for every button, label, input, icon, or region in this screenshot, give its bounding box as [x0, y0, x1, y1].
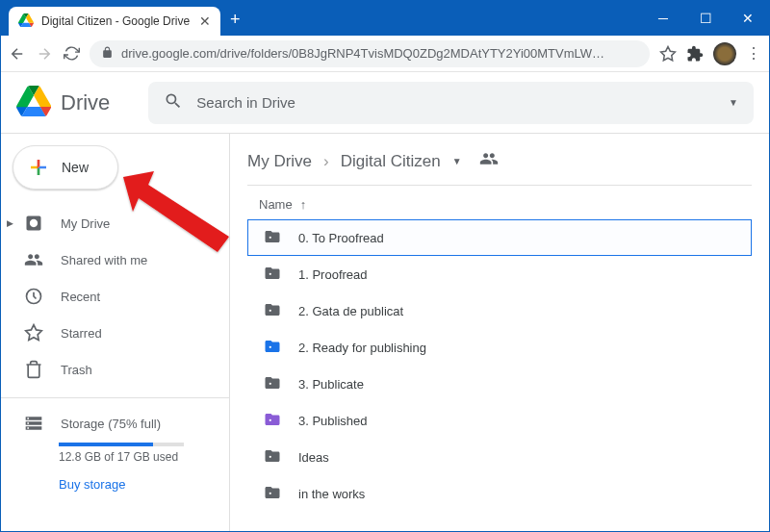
url-text: drive.google.com/drive/folders/0B8JgRNP4… — [121, 46, 604, 61]
folder-icon — [262, 484, 283, 504]
folder-icon — [262, 447, 283, 468]
folder-icon — [262, 374, 283, 394]
forward-icon[interactable] — [36, 45, 53, 63]
drive-favicon — [18, 13, 34, 29]
column-name-label: Name — [259, 197, 293, 212]
sidebar-item-label: Shared with me — [61, 253, 147, 267]
trash-icon — [24, 360, 43, 379]
file-row[interactable]: 2. Gata de publicat — [247, 292, 752, 329]
sidebar-item-starred[interactable]: Starred — [1, 315, 229, 351]
folder-icon — [262, 265, 283, 285]
new-tab-button[interactable]: + — [230, 10, 241, 30]
sidebar-item-recent[interactable]: Recent — [1, 278, 229, 315]
profile-avatar[interactable] — [713, 42, 736, 65]
lock-icon — [101, 46, 114, 62]
window-maximize-icon[interactable]: ☐ — [684, 1, 727, 36]
svg-marker-0 — [661, 46, 676, 60]
svg-point-10 — [270, 492, 271, 494]
shared-folder-icon[interactable] — [479, 149, 499, 173]
column-header-name[interactable]: Name ↑ — [247, 186, 752, 219]
file-name: 0. To Proofread — [298, 231, 384, 245]
search-input[interactable]: Search in Drive ▼ — [148, 82, 754, 124]
new-button[interactable]: New — [13, 145, 118, 190]
storage-row[interactable]: Storage (75% full) — [24, 414, 206, 433]
shared-icon — [24, 250, 43, 269]
main-content: My Drive › Digital Citizen ▼ Name ↑ 0. T… — [230, 134, 769, 532]
plus-icon — [27, 156, 50, 179]
mydrive-icon — [24, 214, 43, 233]
file-name: 1. Proofread — [298, 267, 368, 282]
new-button-label: New — [62, 160, 89, 175]
svg-point-7 — [270, 382, 271, 384]
svg-point-8 — [270, 418, 271, 420]
app-header: Drive Search in Drive ▼ — [1, 72, 769, 134]
breadcrumb-root[interactable]: My Drive — [247, 152, 312, 171]
sidebar-item-label: My Drive — [61, 216, 110, 231]
breadcrumb-current[interactable]: Digital Citizen — [341, 152, 441, 171]
storage-used-text: 12.8 GB of 17 GB used — [59, 450, 206, 464]
window-minimize-icon[interactable]: ─ — [642, 1, 684, 36]
svg-point-4 — [270, 272, 271, 274]
file-row[interactable]: in the works — [247, 475, 752, 512]
folder-icon — [262, 411, 283, 431]
drive-logo-icon[interactable] — [16, 86, 51, 120]
extensions-icon[interactable] — [686, 45, 704, 63]
sidebar-item-shared[interactable]: Shared with me — [1, 241, 229, 278]
file-name: Ideas — [298, 450, 329, 465]
sidebar-item-label: Starred — [61, 326, 102, 341]
file-name: in the works — [298, 487, 365, 501]
tab-close-icon[interactable]: ✕ — [199, 13, 211, 29]
file-row[interactable]: 3. Published — [247, 402, 752, 439]
search-options-icon[interactable]: ▼ — [729, 97, 738, 108]
reload-icon[interactable] — [63, 45, 80, 63]
svg-point-3 — [270, 236, 271, 238]
file-name: 3. Publicate — [298, 377, 364, 392]
window-close-icon[interactable]: ✕ — [727, 1, 769, 36]
svg-point-6 — [270, 345, 271, 347]
buy-storage-link[interactable]: Buy storage — [59, 477, 206, 492]
sidebar-divider — [1, 397, 229, 398]
sidebar-item-label: Recent — [61, 290, 100, 304]
sidebar-item-label: Trash — [61, 363, 92, 377]
svg-point-5 — [270, 309, 271, 311]
recent-icon — [24, 287, 43, 306]
sidebar-item-trash[interactable]: Trash — [1, 351, 229, 388]
file-row[interactable]: 0. To Proofread — [247, 219, 752, 256]
search-placeholder: Search in Drive — [196, 94, 295, 111]
starred-icon — [24, 323, 43, 342]
url-field[interactable]: drive.google.com/drive/folders/0B8JgRNP4… — [90, 40, 650, 67]
file-row[interactable]: 2. Ready for publishing — [247, 329, 752, 366]
file-row[interactable]: Ideas — [247, 439, 752, 475]
breadcrumb: My Drive › Digital Citizen ▼ — [247, 145, 752, 186]
sort-asc-icon: ↑ — [300, 197, 307, 212]
folder-icon — [262, 338, 283, 358]
search-icon — [164, 91, 183, 114]
file-row[interactable]: 3. Publicate — [247, 366, 752, 402]
star-icon[interactable] — [659, 45, 677, 63]
file-name: 2. Ready for publishing — [298, 341, 426, 355]
chevron-down-icon[interactable]: ▼ — [452, 156, 462, 166]
file-row[interactable]: 1. Proofread — [247, 256, 752, 292]
app-name: Drive — [61, 90, 110, 115]
svg-marker-2 — [26, 325, 42, 341]
storage-icon — [24, 414, 43, 433]
sidebar-item-mydrive[interactable]: ▶My Drive — [1, 205, 229, 241]
window-titlebar: Digital Citizen - Google Drive ✕ + ─ ☐ ✕ — [1, 1, 769, 36]
svg-point-9 — [270, 455, 271, 457]
sidebar: New ▶My DriveShared with meRecentStarred… — [1, 134, 230, 532]
file-name: 3. Published — [298, 414, 368, 428]
tab-title: Digital Citizen - Google Drive — [41, 14, 192, 28]
storage-fill — [59, 443, 153, 446]
folder-icon — [262, 228, 283, 248]
address-bar: drive.google.com/drive/folders/0B8JgRNP4… — [1, 36, 769, 72]
browser-tab[interactable]: Digital Citizen - Google Drive ✕ — [9, 7, 220, 36]
storage-bar — [59, 443, 184, 446]
storage-label: Storage (75% full) — [61, 417, 161, 431]
expand-icon[interactable]: ▶ — [7, 218, 13, 228]
folder-icon — [262, 301, 283, 321]
file-name: 2. Gata de publicat — [298, 304, 403, 318]
chevron-right-icon: › — [323, 152, 329, 171]
back-icon[interactable] — [9, 45, 26, 63]
browser-menu-icon[interactable]: ⋮ — [746, 44, 761, 63]
